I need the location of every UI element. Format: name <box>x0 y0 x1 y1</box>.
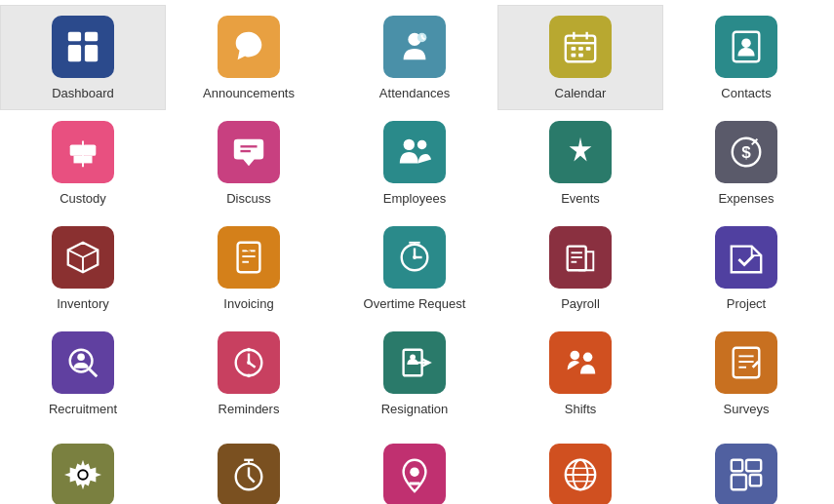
svg-point-47 <box>77 353 85 361</box>
svg-rect-3 <box>85 45 98 61</box>
svg-point-71 <box>410 467 419 477</box>
svg-text:$: $ <box>246 246 251 255</box>
svg-line-30 <box>68 250 83 257</box>
surveys-icon <box>715 331 777 394</box>
app-item-expenses[interactable]: $Expenses <box>663 110 829 215</box>
resignation-icon <box>383 331 446 394</box>
svg-point-54 <box>247 373 251 377</box>
app-item-contacts[interactable]: Contacts <box>663 5 829 110</box>
discuss-label: Discuss <box>226 191 271 206</box>
app-item-employees[interactable]: Employees <box>332 110 497 215</box>
svg-point-53 <box>247 347 251 351</box>
svg-point-41 <box>413 255 417 259</box>
svg-rect-22 <box>83 144 96 155</box>
app-item-invoicing[interactable]: $Invoicing <box>166 215 332 321</box>
app-item-surveys[interactable]: Surveys <box>663 321 829 426</box>
employees-icon <box>383 121 446 183</box>
overtime-icon <box>383 226 446 289</box>
app-item-overtime[interactable]: Overtime Request <box>332 215 497 321</box>
svg-rect-2 <box>68 45 81 61</box>
shifts-label: Shifts <box>565 402 597 416</box>
app-item-attendances[interactable]: Attendances <box>332 5 497 110</box>
app-item-shifts[interactable]: Shifts <box>497 321 663 426</box>
svg-point-46 <box>70 349 93 371</box>
invoicing-icon: $ <box>218 226 280 289</box>
project-icon <box>715 226 777 289</box>
dashboard-label: Dashboard <box>52 86 114 100</box>
custody-icon <box>52 121 114 183</box>
app-item-location[interactable] <box>332 426 497 504</box>
announcements-label: Announcements <box>203 86 295 100</box>
reminders-icon <box>218 331 280 394</box>
svg-rect-16 <box>586 47 591 51</box>
expenses-icon: $ <box>715 121 777 183</box>
svg-rect-15 <box>578 47 583 51</box>
app-item-reminders[interactable]: Reminders <box>166 321 332 426</box>
announcements-icon <box>218 16 280 78</box>
svg-rect-1 <box>85 31 98 41</box>
shifts-icon <box>549 331 612 394</box>
app-item-settings[interactable] <box>0 426 166 504</box>
discuss-icon <box>218 121 280 183</box>
app-item-discuss[interactable]: Discuss <box>166 110 332 215</box>
svg-rect-78 <box>732 460 742 471</box>
recruitment-icon <box>52 331 114 394</box>
payroll-label: Payroll <box>561 296 600 311</box>
svg-point-52 <box>247 361 251 365</box>
app-item-inventory[interactable]: Inventory <box>0 215 166 321</box>
app-item-timer[interactable] <box>166 426 332 504</box>
project-label: Project <box>727 296 766 311</box>
svg-line-68 <box>249 477 255 483</box>
svg-rect-42 <box>568 246 586 270</box>
svg-rect-21 <box>70 144 83 155</box>
payroll-icon <box>549 226 612 289</box>
expenses-label: Expenses <box>718 191 774 206</box>
app-item-announcements[interactable]: Announcements <box>166 5 332 110</box>
svg-rect-17 <box>572 53 576 57</box>
app-item-modules[interactable] <box>663 426 829 504</box>
contacts-icon <box>715 16 777 78</box>
attendances-icon <box>383 16 446 78</box>
svg-rect-79 <box>746 460 761 471</box>
recruitment-label: Recruitment <box>49 402 117 416</box>
svg-point-20 <box>741 38 751 48</box>
resignation-label: Resignation <box>381 402 449 416</box>
app-item-project[interactable]: Project <box>663 215 829 321</box>
svg-point-27 <box>417 139 427 149</box>
app-item-resignation[interactable]: Resignation <box>332 321 497 426</box>
dashboard-icon <box>52 16 114 78</box>
modules-icon <box>715 444 777 504</box>
settings-icon <box>52 444 114 504</box>
svg-rect-80 <box>732 475 746 489</box>
overtime-label: Overtime Request <box>364 296 466 311</box>
svg-rect-18 <box>578 53 583 57</box>
globe-icon <box>549 444 612 504</box>
svg-rect-14 <box>572 47 576 51</box>
calendar-icon <box>549 16 612 78</box>
app-item-events[interactable]: Events <box>497 110 663 215</box>
events-label: Events <box>561 191 600 206</box>
app-item-recruitment[interactable]: Recruitment <box>0 321 166 426</box>
app-item-dashboard[interactable]: Dashboard <box>0 5 166 110</box>
location-icon <box>383 444 446 504</box>
inventory-icon <box>52 226 114 289</box>
events-icon <box>549 121 612 183</box>
surveys-label: Surveys <box>724 402 770 416</box>
svg-line-31 <box>83 250 98 257</box>
svg-line-48 <box>90 368 98 376</box>
app-item-globe[interactable] <box>497 426 663 504</box>
inventory-label: Inventory <box>57 296 108 311</box>
svg-rect-0 <box>68 31 81 41</box>
svg-point-58 <box>571 350 580 360</box>
attendances-label: Attendances <box>379 86 450 100</box>
contacts-label: Contacts <box>721 86 771 100</box>
reminders-label: Reminders <box>218 402 280 416</box>
app-item-custody[interactable]: Custody <box>0 110 166 215</box>
svg-text:$: $ <box>741 142 751 161</box>
svg-rect-72 <box>409 483 419 485</box>
employees-label: Employees <box>383 191 446 206</box>
custody-label: Custody <box>60 191 106 206</box>
app-item-payroll[interactable]: Payroll <box>497 215 663 321</box>
app-grid: DashboardAnnouncementsAttendancesCalenda… <box>0 0 834 504</box>
app-item-calendar[interactable]: Calendar <box>497 5 663 110</box>
